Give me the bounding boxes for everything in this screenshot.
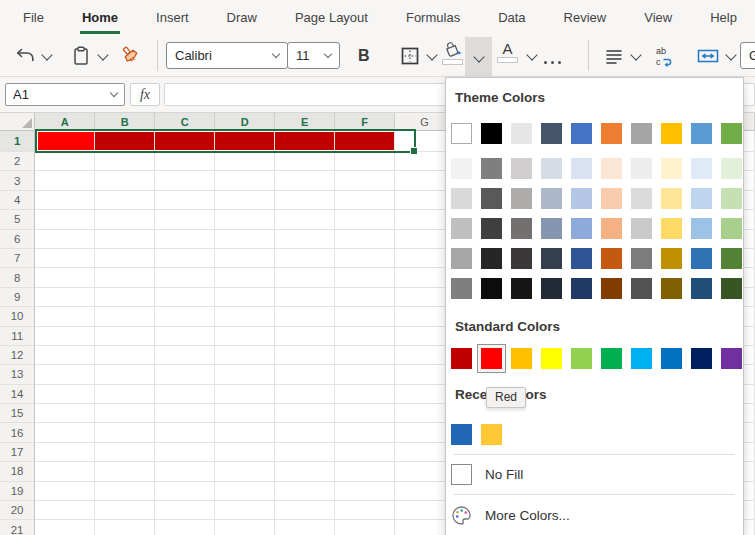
bold-button[interactable]: B [358,41,370,71]
color-swatch[interactable] [661,248,682,269]
cell-C8[interactable] [155,268,215,287]
cell-D14[interactable] [215,385,275,404]
cell-F3[interactable] [335,171,395,190]
tab-review[interactable]: Review [562,0,609,34]
cell-B9[interactable] [95,288,155,307]
color-swatch[interactable] [721,158,742,179]
color-swatch[interactable] [541,123,562,144]
cell-D8[interactable] [215,268,275,287]
cell-D17[interactable] [215,443,275,462]
cell-B6[interactable] [95,230,155,249]
color-swatch[interactable] [721,188,742,209]
cell-D12[interactable] [215,346,275,365]
color-swatch[interactable] [541,158,562,179]
color-swatch[interactable] [601,348,622,369]
color-swatch[interactable] [631,188,652,209]
cell-B10[interactable] [95,307,155,326]
row-header-17[interactable]: 17 [0,443,35,462]
cell-B8[interactable] [95,268,155,287]
cell-A9[interactable] [35,288,95,307]
cell-A16[interactable] [35,423,95,442]
row-header-13[interactable]: 13 [0,365,35,384]
no-fill-option[interactable]: No Fill [451,460,523,488]
color-swatch[interactable] [541,348,562,369]
row-header-3[interactable]: 3 [0,171,35,190]
cell-B2[interactable] [95,152,155,171]
cell-B16[interactable] [95,423,155,442]
cell-D10[interactable] [215,307,275,326]
cell-D15[interactable] [215,404,275,423]
cell-A2[interactable] [35,152,95,171]
cell-F19[interactable] [335,482,395,501]
cell-A7[interactable] [35,249,95,268]
name-box[interactable]: A1 [5,83,125,106]
cell-D19[interactable] [215,482,275,501]
cell-C15[interactable] [155,404,215,423]
cell-A4[interactable] [35,191,95,210]
fill-handle[interactable] [410,147,418,155]
cell-F18[interactable] [335,462,395,481]
alignment-chevron-icon[interactable] [630,49,641,60]
color-swatch[interactable] [571,123,592,144]
cell-F10[interactable] [335,307,395,326]
cell-E16[interactable] [275,423,335,442]
cell-A11[interactable] [35,327,95,346]
color-swatch[interactable] [571,158,592,179]
font-size-chevron-icon[interactable] [324,50,332,58]
cell-E2[interactable] [275,152,335,171]
color-swatch[interactable] [451,248,472,269]
insert-function-button[interactable]: fx [130,83,160,106]
undo-dropdown-chevron-icon[interactable] [41,49,52,60]
cell-F15[interactable] [335,404,395,423]
color-swatch[interactable] [721,248,742,269]
cell-E15[interactable] [275,404,335,423]
paste-button[interactable] [70,41,107,71]
number-format-combo[interactable]: G [740,42,755,69]
cell-C10[interactable] [155,307,215,326]
color-swatch[interactable] [511,123,532,144]
color-swatch[interactable] [661,188,682,209]
color-swatch[interactable] [661,278,682,299]
cell-B1[interactable] [95,131,155,152]
row-header-14[interactable]: 14 [0,385,35,404]
cell-B5[interactable] [95,210,155,229]
format-painter-button[interactable] [120,41,144,71]
color-swatch[interactable] [511,348,532,369]
cell-F1[interactable] [335,131,395,152]
cell-E12[interactable] [275,346,335,365]
color-swatch[interactable] [691,158,712,179]
cell-A21[interactable] [35,520,95,535]
cell-E1[interactable] [275,131,335,152]
column-header-A[interactable]: A [35,113,95,131]
font-color-dropdown-button[interactable] [521,41,536,71]
row-header-2[interactable]: 2 [0,152,35,171]
cell-A3[interactable] [35,171,95,190]
cell-C7[interactable] [155,249,215,268]
color-swatch[interactable] [661,123,682,144]
merge-center-button[interactable] [696,41,735,71]
cell-C1[interactable] [155,131,215,152]
color-swatch[interactable] [511,218,532,239]
cell-C9[interactable] [155,288,215,307]
color-swatch[interactable] [571,188,592,209]
column-header-C[interactable]: C [155,113,215,131]
merge-center-chevron-icon[interactable] [725,49,736,60]
row-header-12[interactable]: 12 [0,346,35,365]
row-header-18[interactable]: 18 [0,462,35,481]
cell-E9[interactable] [275,288,335,307]
tab-data[interactable]: Data [496,0,527,34]
cell-C13[interactable] [155,365,215,384]
cell-E20[interactable] [275,501,335,520]
column-header-F[interactable]: F [335,113,395,131]
cell-A15[interactable] [35,404,95,423]
color-swatch[interactable] [451,424,472,445]
color-swatch[interactable] [691,218,712,239]
cell-E6[interactable] [275,230,335,249]
color-swatch[interactable] [691,188,712,209]
row-header-19[interactable]: 19 [0,482,35,501]
cell-B3[interactable] [95,171,155,190]
color-swatch[interactable] [481,248,502,269]
cell-D20[interactable] [215,501,275,520]
color-swatch[interactable] [451,158,472,179]
cell-E21[interactable] [275,520,335,535]
